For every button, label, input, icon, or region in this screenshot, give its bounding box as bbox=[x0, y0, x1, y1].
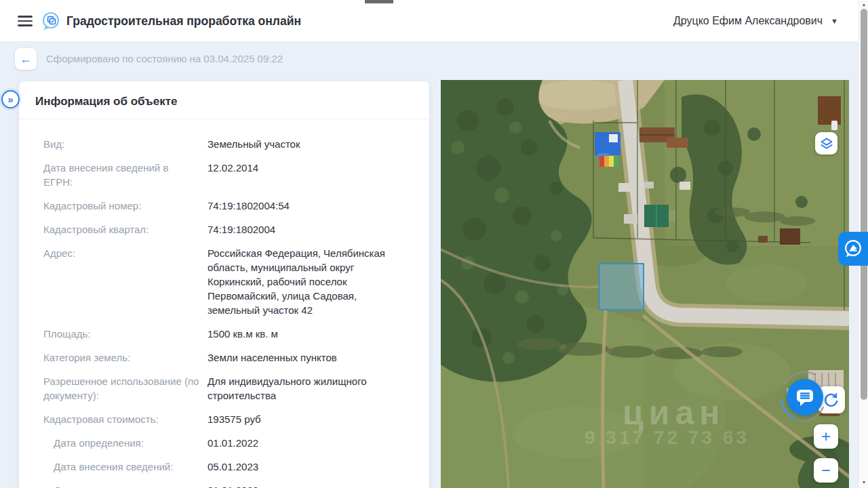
top-header: Градостроительная проработка онлайн Друц… bbox=[0, 0, 868, 42]
object-info-panel: Информация об объекте Вид: Земельный уча… bbox=[19, 81, 429, 488]
field-label: Категория земель: bbox=[43, 350, 208, 365]
map-canvas[interactable]: циан 9 317 72 73 63 bbox=[441, 80, 849, 488]
info-field-row: Кадастровый номер: 74:19:1802004:54 bbox=[43, 199, 412, 213]
panel-title: Информация об объекте bbox=[19, 81, 429, 119]
field-value: 74:19:1802004:54 bbox=[208, 199, 290, 213]
plus-icon: + bbox=[821, 427, 831, 446]
field-value: Земли населенных пунктов bbox=[208, 350, 337, 365]
field-value: Земельный участок bbox=[208, 137, 300, 151]
field-label: Разрешенное использование (по документу)… bbox=[43, 374, 208, 403]
field-label: Адрес: bbox=[43, 246, 208, 317]
collapse-panel-button[interactable]: » bbox=[1, 90, 20, 108]
minus-icon: − bbox=[821, 461, 831, 480]
field-label: Кадастровая стоимость: bbox=[43, 412, 208, 426]
layers-button[interactable] bbox=[815, 132, 837, 155]
rotate-arrow-icon bbox=[823, 391, 840, 409]
field-label: Дата применения: bbox=[54, 483, 208, 488]
app-logo-icon bbox=[41, 11, 61, 31]
info-field-row: Разрешенное использование (по документу)… bbox=[43, 374, 412, 403]
field-value: 01.01.2023 bbox=[208, 483, 258, 488]
field-value: Для индивидуального жилищного строительс… bbox=[208, 374, 392, 403]
user-name: Друцко Ефим Александрович bbox=[673, 15, 823, 27]
zoom-out-button[interactable]: − bbox=[814, 458, 838, 483]
chevrons-right-icon: » bbox=[7, 94, 13, 105]
field-label: Кадастровый номер: bbox=[43, 199, 208, 213]
field-value: Российская Федерация, Челябинская област… bbox=[208, 246, 392, 317]
screen-artifact bbox=[365, 0, 393, 3]
field-value: 1500 кв.м кв. м bbox=[208, 327, 278, 341]
field-label: Вид: bbox=[43, 137, 208, 151]
field-label: Площадь: bbox=[43, 327, 208, 341]
field-label: Кадастровый квартал: bbox=[43, 222, 208, 237]
field-value: 12.02.2014 bbox=[208, 161, 258, 189]
info-field-row: Дата применения: 01.01.2023 bbox=[43, 483, 412, 488]
info-field-row: Дата внесения сведений: 05.01.2023 bbox=[43, 460, 412, 474]
back-button[interactable]: ← bbox=[15, 48, 37, 70]
info-field-row: Кадастровая стоимость: 193575 руб bbox=[43, 412, 412, 426]
chevron-down-icon: ▼ bbox=[831, 18, 838, 25]
field-label: Дата внесения сведений в ЕГРН: bbox=[43, 161, 208, 189]
scroll-up-arrow[interactable]: ▲ bbox=[859, 1, 868, 9]
info-field-row: Вид: Земельный участок bbox=[43, 137, 412, 151]
map-watermark-number: 9 317 72 73 63 bbox=[585, 427, 749, 449]
layers-icon bbox=[819, 136, 834, 151]
zoom-in-button[interactable]: + bbox=[814, 424, 838, 449]
hamburger-menu-icon[interactable] bbox=[18, 14, 33, 28]
user-menu[interactable]: Друцко Ефим Александрович ▼ bbox=[673, 0, 838, 42]
field-label: Дата внесения сведений: bbox=[54, 460, 208, 474]
info-field-row: Дата определения: 01.01.2022 bbox=[43, 436, 412, 450]
chat-bubble-icon bbox=[795, 388, 815, 407]
info-fields: Вид: Земельный участок Дата внесения све… bbox=[19, 119, 429, 488]
selected-parcel-highlight[interactable] bbox=[599, 263, 644, 310]
info-field-row: Площадь: 1500 кв.м кв. м bbox=[43, 327, 412, 341]
page-title: Градостроительная проработка онлайн bbox=[66, 0, 301, 42]
back-arrow-icon: ← bbox=[20, 52, 32, 66]
field-value: 193575 руб bbox=[208, 412, 261, 426]
field-label: Дата определения: bbox=[54, 436, 208, 450]
info-field-row: Адрес: Российская Федерация, Челябинская… bbox=[43, 246, 412, 317]
generated-status-text: Сформировано по состоянию на 03.04.2025 … bbox=[46, 48, 283, 70]
feedback-tab-button[interactable] bbox=[838, 232, 868, 266]
field-value: 05.01.2023 bbox=[208, 460, 258, 474]
info-field-row: Дата внесения сведений в ЕГРН: 12.02.201… bbox=[43, 161, 412, 189]
info-field-row: Кадастровый квартал: 74:19:1802004 bbox=[43, 222, 412, 237]
field-value: 74:19:1802004 bbox=[208, 222, 275, 237]
chat-widget-button[interactable] bbox=[787, 379, 823, 415]
scrollbar-thumb[interactable] bbox=[861, 9, 867, 400]
scroll-down-arrow[interactable]: ▼ bbox=[859, 479, 868, 487]
field-value: 01.01.2022 bbox=[208, 436, 258, 450]
info-field-row: Категория земель: Земли населенных пункт… bbox=[43, 350, 412, 365]
document-pin-icon bbox=[842, 237, 865, 260]
